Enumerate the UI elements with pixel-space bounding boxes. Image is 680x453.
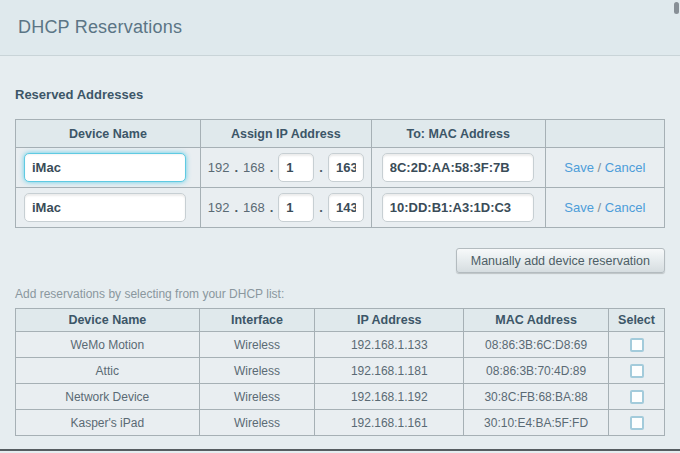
col-header-device-name: Device Name — [16, 309, 200, 332]
ip-octet3-input[interactable] — [278, 193, 314, 222]
content-area: Reserved Addresses Device Name Assign IP… — [0, 87, 680, 436]
select-checkbox[interactable] — [630, 416, 644, 430]
ip-octet1-static: 192 — [208, 200, 230, 215]
ip-dot: . — [319, 160, 323, 175]
device-name-cell: Kasper's iPad — [16, 410, 200, 436]
ip-octet3-input[interactable] — [278, 153, 314, 182]
ip-address-cell: 192.168.1.133 — [315, 332, 464, 358]
ip-address-cell: 192.168.1.192 — [315, 384, 464, 410]
interface-cell: Wireless — [199, 384, 315, 410]
device-name-cell: Network Device — [16, 384, 200, 410]
reserved-addresses-table: Device Name Assign IP Address To: MAC Ad… — [15, 119, 665, 228]
select-checkbox[interactable] — [630, 364, 644, 378]
col-header-actions — [545, 120, 664, 148]
col-header-select: Select — [609, 309, 665, 332]
mac-address-cell: 30:8C:FB:68:BA:88 — [464, 384, 609, 410]
device-name-input[interactable] — [24, 193, 186, 222]
mac-address-cell: 08:86:3B:70:4D:89 — [464, 358, 609, 384]
mac-address-input[interactable] — [382, 153, 534, 182]
ip-octet2-static: 168 — [243, 160, 265, 175]
ip-octet4-input[interactable] — [328, 193, 364, 222]
reserved-row: 192 . 168 . . Save / Cancel — [16, 188, 665, 228]
dhcp-device-row: Attic Wireless 192.168.1.181 08:86:3B:70… — [16, 358, 665, 384]
col-header-device-name: Device Name — [16, 120, 201, 148]
ip-dot: . — [234, 160, 238, 175]
device-name-cell: Attic — [16, 358, 200, 384]
col-header-assign-ip: Assign IP Address — [200, 120, 371, 148]
reserved-table-header-row: Device Name Assign IP Address To: MAC Ad… — [16, 120, 665, 148]
save-link[interactable]: Save — [564, 160, 594, 175]
mac-address-input[interactable] — [382, 193, 534, 222]
dhcp-device-row: Network Device Wireless 192.168.1.192 30… — [16, 384, 665, 410]
col-header-to-mac: To: MAC Address — [371, 120, 545, 148]
ip-dot: . — [270, 160, 274, 175]
link-separator: / — [598, 200, 602, 215]
cancel-link[interactable]: Cancel — [605, 160, 645, 175]
select-checkbox[interactable] — [630, 338, 644, 352]
select-checkbox[interactable] — [630, 390, 644, 404]
dhcp-list-helper-text: Add reservations by selecting from your … — [15, 287, 665, 301]
dhcp-table-header-row: Device Name Interface IP Address MAC Add… — [16, 309, 665, 332]
page-titlebar: DHCP Reservations — [0, 0, 680, 56]
ip-dot: . — [319, 200, 323, 215]
dhcp-device-row: Kasper's iPad Wireless 192.168.1.161 30:… — [16, 410, 665, 436]
interface-cell: Wireless — [199, 358, 315, 384]
ip-dot: . — [234, 200, 238, 215]
reserved-row: 192 . 168 . . Save / Cancel — [16, 148, 665, 188]
ip-address-cell: 192.168.1.181 — [315, 358, 464, 384]
assign-ip-field: 192 . 168 . . — [201, 193, 371, 222]
cancel-link[interactable]: Cancel — [605, 200, 645, 215]
ip-dot: . — [270, 200, 274, 215]
device-name-cell: WeMo Motion — [16, 332, 200, 358]
link-separator: / — [598, 160, 602, 175]
ip-octet2-static: 168 — [243, 200, 265, 215]
device-name-input[interactable] — [24, 153, 186, 182]
section-title-reserved-addresses: Reserved Addresses — [15, 87, 665, 102]
scrollbar-thumb[interactable] — [674, 2, 679, 14]
mac-address-cell: 30:10:E4:BA:5F:FD — [464, 410, 609, 436]
manually-add-device-reservation-button[interactable]: Manually add device reservation — [456, 248, 665, 273]
ip-octet1-static: 192 — [208, 160, 230, 175]
col-header-ip-address: IP Address — [315, 309, 464, 332]
save-link[interactable]: Save — [564, 200, 594, 215]
bottom-divider — [0, 449, 680, 451]
col-header-mac-address: MAC Address — [464, 309, 609, 332]
ip-octet4-input[interactable] — [328, 153, 364, 182]
dhcp-list-table: Device Name Interface IP Address MAC Add… — [15, 308, 665, 436]
mac-address-cell: 08:86:3B:6C:D8:69 — [464, 332, 609, 358]
interface-cell: Wireless — [199, 332, 315, 358]
col-header-interface: Interface — [199, 309, 315, 332]
ip-address-cell: 192.168.1.161 — [315, 410, 464, 436]
interface-cell: Wireless — [199, 410, 315, 436]
page-title: DHCP Reservations — [18, 17, 182, 38]
dhcp-device-row: WeMo Motion Wireless 192.168.1.133 08:86… — [16, 332, 665, 358]
assign-ip-field: 192 . 168 . . — [201, 153, 371, 182]
